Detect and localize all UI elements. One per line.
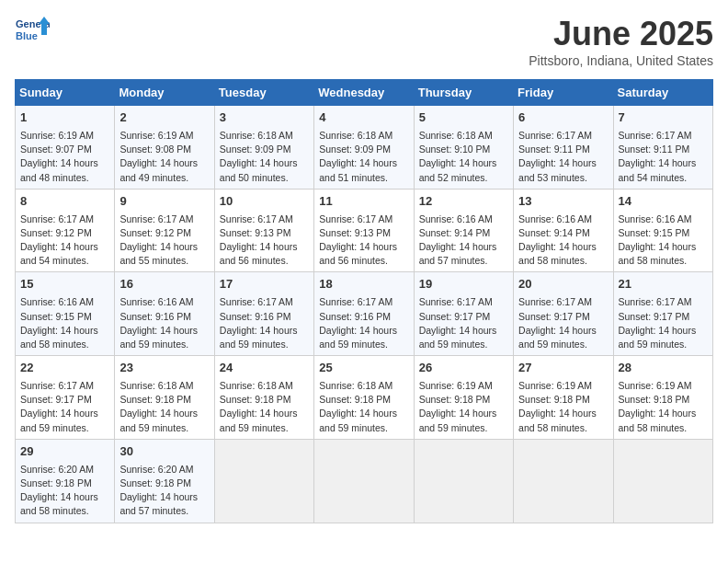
day-number: 24 <box>220 360 309 377</box>
day-number: 4 <box>319 109 408 127</box>
sunrise-text: Sunrise: 6:20 AM <box>20 464 94 475</box>
sunrise-text: Sunrise: 6:18 AM <box>220 130 293 141</box>
daylight-text: Daylight: 14 hours and 59 minutes. <box>220 325 298 350</box>
daylight-text: Daylight: 14 hours and 54 minutes. <box>20 241 98 266</box>
calendar-cell: 14 Sunrise: 6:16 AM Sunset: 9:15 PM Dayl… <box>613 189 712 272</box>
daylight-text: Daylight: 14 hours and 59 minutes. <box>119 325 198 350</box>
title-block: June 2025 Pittsboro, Indiana, United Sta… <box>529 15 713 68</box>
calendar-cell: 17 Sunrise: 6:17 AM Sunset: 9:16 PM Dayl… <box>214 272 313 356</box>
sunset-text: Sunset: 9:09 PM <box>319 144 391 155</box>
month-year-title: June 2025 <box>529 15 713 53</box>
daylight-text: Daylight: 14 hours and 52 minutes. <box>419 157 497 182</box>
calendar-cell: 2 Sunrise: 6:19 AM Sunset: 9:08 PM Dayli… <box>115 106 214 190</box>
calendar-cell: 24 Sunrise: 6:18 AM Sunset: 9:18 PM Dayl… <box>214 356 313 440</box>
calendar-cell: 22 Sunrise: 6:17 AM Sunset: 9:17 PM Dayl… <box>16 356 115 440</box>
daylight-text: Daylight: 14 hours and 54 minutes. <box>619 157 697 182</box>
day-number: 26 <box>419 360 508 377</box>
weekday-header-wednesday: Wednesday <box>314 80 414 106</box>
sunrise-text: Sunrise: 6:17 AM <box>319 296 392 307</box>
calendar-cell: 29 Sunrise: 6:20 AM Sunset: 9:18 PM Dayl… <box>16 439 115 523</box>
sunset-text: Sunset: 9:10 PM <box>419 144 491 155</box>
daylight-text: Daylight: 14 hours and 59 minutes. <box>20 408 98 432</box>
calendar-week-row: 22 Sunrise: 6:17 AM Sunset: 9:17 PM Dayl… <box>16 356 713 440</box>
calendar-cell: 25 Sunrise: 6:18 AM Sunset: 9:18 PM Dayl… <box>314 356 414 440</box>
calendar-cell: 23 Sunrise: 6:18 AM Sunset: 9:18 PM Dayl… <box>115 356 214 440</box>
sunset-text: Sunset: 9:13 PM <box>319 227 391 238</box>
sunset-text: Sunset: 9:15 PM <box>619 227 690 238</box>
svg-text:Blue: Blue <box>16 30 38 41</box>
calendar-week-row: 15 Sunrise: 6:16 AM Sunset: 9:15 PM Dayl… <box>16 272 713 356</box>
sunset-text: Sunset: 9:17 PM <box>518 311 590 322</box>
day-number: 19 <box>419 276 508 293</box>
sunset-text: Sunset: 9:18 PM <box>20 477 92 488</box>
weekday-header-tuesday: Tuesday <box>214 80 313 106</box>
day-number: 6 <box>518 109 608 127</box>
calendar-cell: 27 Sunrise: 6:19 AM Sunset: 9:18 PM Dayl… <box>514 356 613 440</box>
day-number: 29 <box>20 443 109 461</box>
calendar-cell: 11 Sunrise: 6:17 AM Sunset: 9:13 PM Dayl… <box>314 189 414 272</box>
weekday-header-sunday: Sunday <box>16 80 115 106</box>
sunrise-text: Sunrise: 6:19 AM <box>619 380 692 391</box>
sunset-text: Sunset: 9:11 PM <box>518 144 590 155</box>
sunset-text: Sunset: 9:16 PM <box>319 311 391 322</box>
sunrise-text: Sunrise: 6:18 AM <box>419 130 493 141</box>
daylight-text: Daylight: 14 hours and 59 minutes. <box>119 408 198 432</box>
calendar-cell: 19 Sunrise: 6:17 AM Sunset: 9:17 PM Dayl… <box>414 272 513 356</box>
calendar-cell: 15 Sunrise: 6:16 AM Sunset: 9:15 PM Dayl… <box>16 272 115 356</box>
weekday-header-saturday: Saturday <box>613 80 712 106</box>
calendar-cell <box>314 439 414 523</box>
calendar-cell: 18 Sunrise: 6:17 AM Sunset: 9:16 PM Dayl… <box>314 272 414 356</box>
calendar-week-row: 1 Sunrise: 6:19 AM Sunset: 9:07 PM Dayli… <box>16 106 713 190</box>
day-number: 11 <box>319 193 408 211</box>
calendar-cell <box>613 439 712 523</box>
day-number: 9 <box>119 193 209 211</box>
daylight-text: Daylight: 14 hours and 57 minutes. <box>119 491 198 516</box>
daylight-text: Daylight: 14 hours and 58 minutes. <box>619 241 697 266</box>
weekday-header-monday: Monday <box>115 80 214 106</box>
calendar-cell: 13 Sunrise: 6:16 AM Sunset: 9:14 PM Dayl… <box>514 189 613 272</box>
daylight-text: Daylight: 14 hours and 50 minutes. <box>220 157 298 182</box>
day-number: 14 <box>619 193 708 211</box>
sunset-text: Sunset: 9:17 PM <box>419 311 491 322</box>
day-number: 30 <box>119 443 209 461</box>
sunset-text: Sunset: 9:17 PM <box>619 311 690 322</box>
day-number: 18 <box>319 276 408 293</box>
sunrise-text: Sunrise: 6:17 AM <box>220 296 293 307</box>
daylight-text: Daylight: 14 hours and 59 minutes. <box>419 408 497 432</box>
day-number: 10 <box>220 193 309 211</box>
day-number: 2 <box>119 109 209 127</box>
sunrise-text: Sunrise: 6:17 AM <box>319 213 392 224</box>
calendar-cell: 28 Sunrise: 6:19 AM Sunset: 9:18 PM Dayl… <box>613 356 712 440</box>
day-number: 7 <box>619 109 708 127</box>
day-number: 27 <box>518 360 608 377</box>
daylight-text: Daylight: 14 hours and 59 minutes. <box>319 325 397 350</box>
calendar-cell <box>514 439 613 523</box>
calendar-cell: 3 Sunrise: 6:18 AM Sunset: 9:09 PM Dayli… <box>214 106 313 190</box>
daylight-text: Daylight: 14 hours and 58 minutes. <box>518 408 597 432</box>
day-number: 3 <box>220 109 309 127</box>
calendar-cell: 5 Sunrise: 6:18 AM Sunset: 9:10 PM Dayli… <box>414 106 513 190</box>
calendar-week-row: 29 Sunrise: 6:20 AM Sunset: 9:18 PM Dayl… <box>16 439 713 523</box>
sunset-text: Sunset: 9:15 PM <box>20 311 92 322</box>
sunrise-text: Sunrise: 6:18 AM <box>220 380 293 391</box>
calendar-cell: 8 Sunrise: 6:17 AM Sunset: 9:12 PM Dayli… <box>16 189 115 272</box>
calendar-week-row: 8 Sunrise: 6:17 AM Sunset: 9:12 PM Dayli… <box>16 189 713 272</box>
sunrise-text: Sunrise: 6:16 AM <box>518 213 592 224</box>
daylight-text: Daylight: 14 hours and 57 minutes. <box>419 241 497 266</box>
daylight-text: Daylight: 14 hours and 58 minutes. <box>518 241 597 266</box>
sunrise-text: Sunrise: 6:17 AM <box>619 130 692 141</box>
day-number: 16 <box>119 276 209 293</box>
day-number: 8 <box>20 193 109 211</box>
daylight-text: Daylight: 14 hours and 48 minutes. <box>20 157 98 182</box>
sunset-text: Sunset: 9:09 PM <box>220 144 291 155</box>
sunset-text: Sunset: 9:14 PM <box>518 227 590 238</box>
daylight-text: Daylight: 14 hours and 58 minutes. <box>619 408 697 432</box>
sunrise-text: Sunrise: 6:17 AM <box>20 213 94 224</box>
sunset-text: Sunset: 9:13 PM <box>220 227 291 238</box>
sunset-text: Sunset: 9:14 PM <box>419 227 491 238</box>
day-number: 22 <box>20 360 109 377</box>
calendar-cell: 12 Sunrise: 6:16 AM Sunset: 9:14 PM Dayl… <box>414 189 513 272</box>
sunrise-text: Sunrise: 6:19 AM <box>518 380 592 391</box>
daylight-text: Daylight: 14 hours and 58 minutes. <box>20 325 98 350</box>
day-number: 21 <box>619 276 708 293</box>
